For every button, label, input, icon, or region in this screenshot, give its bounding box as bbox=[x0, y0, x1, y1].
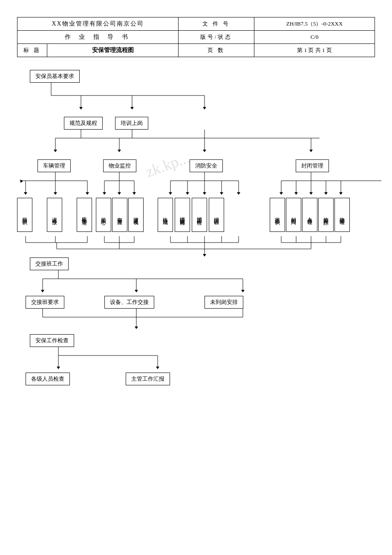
svg-marker-55 bbox=[309, 192, 313, 195]
banben-value: C/0 bbox=[254, 31, 375, 44]
svg-marker-108 bbox=[156, 367, 159, 369]
box-xiaofang-xunlian: 消防训练 bbox=[209, 198, 224, 232]
box-level0: 安保员基本要求 bbox=[30, 70, 80, 83]
svg-marker-17 bbox=[203, 150, 206, 152]
svg-marker-31 bbox=[103, 192, 106, 195]
connector-l4-l5 bbox=[21, 270, 388, 296]
box-cheliang: 车辆管理 bbox=[37, 159, 71, 172]
box-shebei-jiaojie: 设备、工作交接 bbox=[104, 296, 154, 309]
svg-marker-39 bbox=[169, 192, 172, 195]
svg-marker-43 bbox=[203, 192, 206, 195]
connector-l2-l3 bbox=[21, 172, 388, 198]
box-peixun: 培训上岗 bbox=[115, 117, 148, 130]
svg-marker-13 bbox=[54, 150, 57, 152]
doc-type: 作 业 指 导 书 bbox=[17, 31, 179, 44]
svg-marker-35 bbox=[133, 192, 136, 195]
box-jiankong-zhongxin: 监控中心 bbox=[96, 198, 111, 232]
svg-marker-3 bbox=[79, 107, 83, 110]
svg-marker-5 bbox=[130, 107, 134, 110]
connector-l3-bottom bbox=[21, 236, 388, 257]
svg-marker-53 bbox=[294, 192, 298, 195]
svg-marker-106 bbox=[57, 367, 60, 369]
svg-marker-19 bbox=[309, 150, 313, 152]
connector-l5-l6 bbox=[21, 309, 388, 334]
svg-marker-102 bbox=[135, 327, 138, 329]
biaoti-value: 安保管理流程图 bbox=[47, 44, 179, 57]
company-name: XX物业管理有限公司南京公司 bbox=[17, 17, 179, 31]
box-xiaofang: 消防安全 bbox=[190, 159, 223, 172]
connector-l6-l7 bbox=[21, 347, 388, 373]
header-table: XX物业管理有限公司南京公司 文 件 号 ZH/IB7.5（5）-0-2XXX … bbox=[17, 17, 375, 57]
connector-l1-l2 bbox=[21, 130, 388, 159]
svg-marker-25 bbox=[54, 192, 57, 195]
box-zhuguan: 主管工作汇报 bbox=[126, 373, 170, 385]
svg-marker-33 bbox=[118, 192, 121, 195]
box-jiaojieban: 交接班工作 bbox=[30, 257, 69, 270]
svg-marker-41 bbox=[186, 192, 189, 195]
box-zhishi: 指示标识 bbox=[17, 198, 32, 232]
box-guifan: 规范及规程 bbox=[64, 117, 103, 130]
svg-marker-47 bbox=[237, 192, 240, 195]
connector-l0-l1 bbox=[21, 83, 388, 117]
box-fengshe-shijian: 封闭时间 bbox=[286, 198, 301, 232]
box-chuzuche: 出租车管理 bbox=[77, 198, 92, 232]
svg-marker-15 bbox=[118, 150, 121, 152]
page-container: XX物业管理有限公司南京公司 文 件 号 ZH/IB7.5（5）-0-2XXX … bbox=[17, 17, 375, 411]
box-jinchu: 进出停放 bbox=[47, 198, 62, 232]
svg-marker-94 bbox=[135, 290, 138, 292]
svg-marker-7 bbox=[203, 107, 206, 110]
yeshu-label: 页 数 bbox=[179, 44, 254, 57]
svg-marker-45 bbox=[220, 192, 223, 195]
box-renyuan-guanli: 人员管理 bbox=[302, 198, 317, 232]
svg-marker-51 bbox=[280, 192, 283, 195]
svg-marker-92 bbox=[41, 290, 44, 292]
wenjian-value: ZH/IB7.5（5）-0-2XXX bbox=[254, 17, 375, 31]
svg-marker-96 bbox=[241, 290, 245, 292]
svg-marker-88 bbox=[203, 254, 206, 257]
box-zhixing: 执行法规 bbox=[158, 198, 173, 232]
box-wupin-guanli: 物品管理 bbox=[334, 198, 350, 232]
box-anbao-jiankong: 安保监控 bbox=[112, 198, 127, 232]
box-weidaogeng: 未到岗安排 bbox=[205, 296, 243, 309]
box-xiaofang-gongzuo: 消防工作检 bbox=[192, 198, 207, 232]
svg-marker-60 bbox=[20, 179, 23, 183]
yeshu-value: 第 1 页 共 1 页 bbox=[254, 44, 375, 57]
biaoti-label: 标 题 bbox=[17, 44, 47, 57]
banben-label: 版号/状态 bbox=[179, 31, 254, 44]
box-jiaojie-yaoqiu: 交接班要求 bbox=[26, 296, 64, 309]
wenjian-label: 文 件 号 bbox=[179, 17, 254, 31]
box-fengbi: 封闭管理 bbox=[296, 159, 329, 172]
box-zhuangtai: 状态标识 bbox=[270, 198, 285, 232]
box-xiaofang-sheshi: 消防设施检 bbox=[175, 198, 190, 232]
box-gejiren: 各级人员检查 bbox=[26, 373, 70, 385]
box-wuye: 物业监控 bbox=[103, 159, 136, 172]
flowchart-diagram: zk.kp.... 安保员基本要求 规范及规程 培训上岗 bbox=[17, 70, 375, 411]
svg-marker-57 bbox=[324, 192, 328, 195]
svg-marker-27 bbox=[86, 192, 89, 195]
box-anbao-jianchao: 安保工作检查 bbox=[30, 334, 74, 347]
svg-marker-59 bbox=[339, 192, 343, 195]
box-xunluo: 巡逻巡视 bbox=[128, 198, 144, 232]
svg-marker-23 bbox=[24, 192, 27, 195]
box-jiankong-genzong: 监控跟踪 bbox=[318, 198, 334, 232]
